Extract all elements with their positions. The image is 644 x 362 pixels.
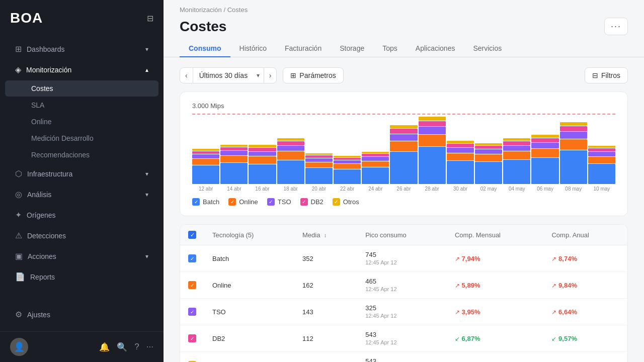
bar-segment-batch <box>419 147 446 184</box>
sidebar-item-analisis[interactable]: ◎ Análisis ▾ <box>5 185 158 204</box>
th-technology[interactable]: Tecnología (5) <box>204 225 294 245</box>
row-checkbox[interactable]: ✓ <box>180 245 204 272</box>
sidebar-item-reports[interactable]: 📄 Reports <box>5 267 158 287</box>
th-media[interactable]: Media ↕ <box>294 225 357 245</box>
row-comp-mensual: ↙ 6,87% <box>447 325 543 352</box>
tab-consumo[interactable]: Consumo <box>180 40 230 57</box>
bar-segment-batch <box>249 164 276 184</box>
sidebar-item-acciones[interactable]: ▣ Acciones ▾ <box>5 246 158 266</box>
prev-date-button[interactable]: ‹ <box>180 67 193 83</box>
collapse-sidebar-icon[interactable]: ⊟ <box>147 14 153 23</box>
row-checkbox[interactable]: ✓ <box>180 299 204 325</box>
bar-segment-batch <box>560 150 587 184</box>
sidebar-item-dashboards[interactable]: ⊞ Dashboards ▾ <box>5 39 158 59</box>
help-icon[interactable]: ? <box>134 342 139 352</box>
bar-segment-db2 <box>220 147 248 150</box>
bar-segment-tso <box>531 143 558 148</box>
avatar[interactable]: 👤 <box>10 338 28 356</box>
bar-group: 16 abr <box>249 145 276 192</box>
sidebar-item-ajustes[interactable]: ⚙ Ajustes <box>5 305 158 324</box>
breadcrumb-separator: / <box>223 6 227 14</box>
legend-item-tso[interactable]: ✓TSO <box>267 198 291 206</box>
tab-servicios[interactable]: Servicios <box>464 40 511 57</box>
search-icon[interactable]: 🔍 <box>117 342 127 352</box>
bar-group: 08 may <box>560 122 587 192</box>
tab-historico[interactable]: Histórico <box>230 40 276 57</box>
tab-tops[interactable]: Tops <box>373 40 407 57</box>
params-button[interactable]: ⊞ Parámetros <box>283 67 343 83</box>
ajustes-item[interactable]: ⚙ Ajustes <box>0 302 164 327</box>
row-check-icon[interactable]: ✓ <box>188 334 196 342</box>
table-row: ✓Otros8654312:45 Apr 12↗ 5,74%↗ 4,98% <box>180 352 627 363</box>
toolbar: ‹ Últimos 30 días Últimos 7 días Últimos… <box>180 67 628 83</box>
legend-item-db2[interactable]: ✓DB2 <box>300 198 324 206</box>
tab-facturacion[interactable]: Facturación <box>276 40 331 57</box>
date-select-wrap: Últimos 30 días Últimos 7 días Últimos 9… <box>193 67 264 83</box>
sidebar-item-medicion[interactable]: Medición Desarrollo <box>5 130 158 146</box>
row-comp-anual: ↗ 4,98% <box>543 352 627 363</box>
legend-item-otros[interactable]: ✓Otros <box>333 198 359 206</box>
legend-label-batch: Batch <box>203 198 219 206</box>
bar-segment-db2 <box>475 146 502 149</box>
bar-segment-db2 <box>560 126 587 131</box>
bar-x-label: 12 abr <box>199 186 213 192</box>
bar-group: 26 abr <box>390 125 417 192</box>
tab-storage[interactable]: Storage <box>331 40 373 57</box>
date-range-select[interactable]: Últimos 30 días Últimos 7 días Últimos 9… <box>193 67 264 83</box>
legend-item-batch[interactable]: ✓Batch <box>192 198 219 206</box>
sidebar-item-label: Infraestructura <box>27 170 72 178</box>
sort-icon: ↕ <box>324 233 327 238</box>
dashboards-icon: ⊞ <box>15 44 22 54</box>
analisis-icon: ◎ <box>15 190 22 199</box>
chart-legend: ✓Batch✓Online✓TSO✓DB2✓Otros <box>192 198 615 206</box>
bar-segment-tso <box>390 134 417 141</box>
sidebar-item-monitorizacion[interactable]: ◈ Monitorización ▴ <box>5 60 158 79</box>
sidebar-item-detecciones[interactable]: ⚠ Detecciones <box>5 226 158 245</box>
row-media: 112 <box>294 325 357 352</box>
sidebar-item-costes[interactable]: Costes <box>5 80 158 97</box>
sidebar-item-online[interactable]: Online <box>5 114 158 130</box>
bar-segment-otros <box>475 143 502 145</box>
pico-value: 543 <box>365 331 376 338</box>
legend-label-db2: DB2 <box>311 198 324 206</box>
row-comp-mensual: ↗ 3,95% <box>447 299 543 325</box>
row-check-icon[interactable]: ✓ <box>188 308 196 316</box>
sidebar-item-origenes[interactable]: ✦ Orígenes <box>5 205 158 225</box>
legend-item-online[interactable]: ✓Online <box>228 198 258 206</box>
bar-x-label: 06 may <box>537 186 553 192</box>
row-checkbox[interactable]: ✓ <box>180 352 204 363</box>
tab-aplicaciones[interactable]: Aplicaciones <box>407 40 464 57</box>
bar-x-label: 10 may <box>594 186 610 192</box>
table-row: ✓TSO14332512:45 Apr 12↗ 3,95%↗ 6,64% <box>180 299 627 325</box>
more-icon[interactable]: ··· <box>146 342 153 352</box>
legend-checkbox-tso: ✓ <box>267 198 275 206</box>
row-checkbox[interactable]: ✓ <box>180 272 204 299</box>
row-check-icon[interactable]: ✓ <box>188 254 196 262</box>
row-comp-mensual: ↗ 5,74% <box>447 352 543 363</box>
sidebar-item-sla[interactable]: SLA <box>5 97 158 113</box>
row-technology-name: Otros <box>204 352 294 363</box>
table-row: ✓Batch35274512:45 Apr 12↗ 7,94%↗ 8,74% <box>180 245 627 272</box>
bar-x-label: 04 may <box>509 186 525 192</box>
more-options-button[interactable]: ··· <box>604 18 628 35</box>
bar-group: 06 may <box>531 135 558 192</box>
bar-segment-tso <box>588 152 615 156</box>
bar-segment-db2 <box>588 148 615 151</box>
sidebar-item-recomendaciones[interactable]: Recomendaciones <box>5 147 158 163</box>
pico-value: 543 <box>365 357 376 362</box>
bar-segment-db2 <box>249 148 276 151</box>
filter-button[interactable]: ⊟ Filtros <box>585 67 628 83</box>
bar-group: 12 abr <box>192 149 219 192</box>
breadcrumb-part1[interactable]: Monitorización <box>180 6 222 14</box>
next-date-button[interactable]: › <box>264 67 277 83</box>
row-checkbox[interactable]: ✓ <box>180 325 204 352</box>
row-check-icon[interactable]: ✓ <box>188 281 196 289</box>
notifications-icon[interactable]: 🔔 <box>99 342 110 352</box>
chevron-up-icon: ▴ <box>145 66 148 73</box>
table-header-row: ✓ Tecnología (5) Media ↕ Pico consumo <box>180 225 627 245</box>
sidebar-item-infraestructura[interactable]: ⬡ Infraestructura ▾ <box>5 164 158 184</box>
bar-segment-tso <box>362 157 389 160</box>
trend-icon: ↙ <box>551 335 556 342</box>
th-pico: Pico consumo <box>357 225 447 245</box>
legend-label-otros: Otros <box>343 198 359 206</box>
